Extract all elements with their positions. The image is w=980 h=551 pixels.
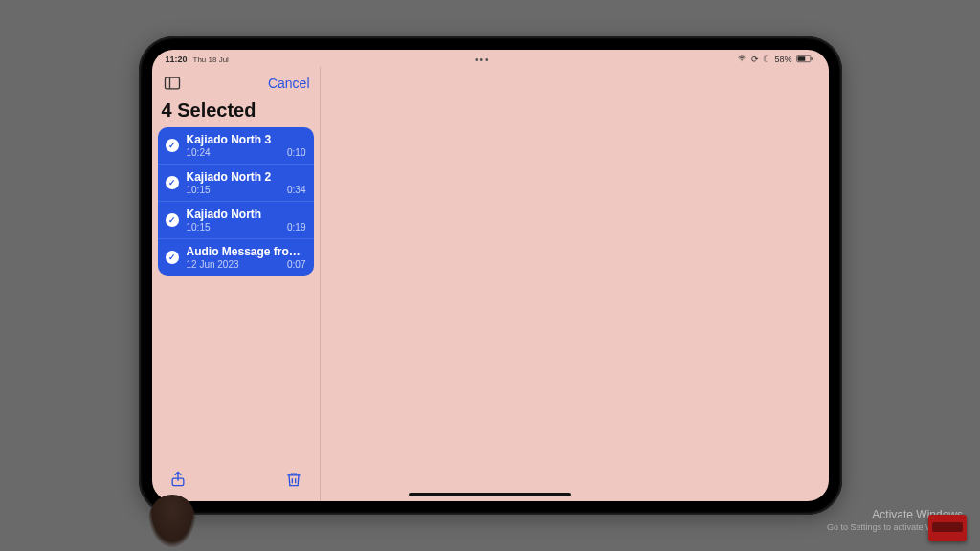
svg-rect-2: [798, 56, 806, 61]
checkmark-icon: ✓: [166, 176, 179, 189]
checkmark-icon: ✓: [166, 213, 179, 227]
trash-button[interactable]: [281, 467, 306, 492]
recording-timestamp: 10:15: [187, 222, 211, 232]
wifi-icon: [736, 55, 747, 65]
share-button[interactable]: [166, 467, 190, 492]
recording-item[interactable]: ✓ Kajiado North 3 10:24 0:10: [158, 127, 314, 165]
recording-title: Kajiado North 2: [187, 170, 306, 184]
finger-overlay: [148, 495, 196, 547]
recording-timestamp: 10:15: [187, 185, 211, 195]
recording-title: Audio Message from Boss: [187, 245, 306, 258]
orientation-lock-icon: ⟳: [751, 55, 759, 64]
checkmark-icon: ✓: [166, 251, 179, 264]
battery-pct: 58%: [774, 55, 791, 64]
status-date: Thu 18 Jul: [193, 55, 229, 64]
ipad-screen: 11:20 Thu 18 Jul ••• ⟳ ☾ 58%: [152, 50, 829, 501]
svg-rect-3: [812, 57, 813, 60]
checkmark-icon: ✓: [166, 139, 179, 152]
status-time: 11:20: [166, 55, 188, 64]
recording-item[interactable]: ✓ Kajiado North 2 10:15 0:34: [158, 165, 314, 202]
recordings-sidebar: Cancel 4 Selected ✓ Kajiado North 3 10:2…: [152, 67, 321, 501]
recording-duration: 0:07: [287, 259, 305, 270]
detail-pane: [321, 67, 829, 501]
recording-title: Kajiado North: [187, 208, 306, 221]
multitask-dots-icon[interactable]: •••: [475, 55, 491, 65]
home-indicator[interactable]: [409, 493, 571, 496]
ipad-device-frame: 11:20 Thu 18 Jul ••• ⟳ ☾ 58%: [139, 36, 842, 515]
selected-count-title: 4 Selected: [152, 96, 320, 127]
recording-item[interactable]: ✓ Kajiado North 10:15 0:19: [158, 202, 314, 239]
svg-rect-4: [165, 77, 179, 89]
toggle-sidebar-icon[interactable]: [162, 73, 183, 94]
svg-point-0: [742, 60, 743, 61]
battery-icon: [795, 55, 814, 65]
recording-duration: 0:10: [287, 147, 305, 158]
recording-timestamp: 12 Jun 2023: [187, 259, 239, 270]
recording-item[interactable]: ✓ Audio Message from Boss 12 Jun 2023 0:…: [158, 239, 314, 276]
cancel-button[interactable]: Cancel: [268, 76, 310, 91]
dnd-icon: ☾: [763, 55, 770, 64]
recording-title: Kajiado North 3: [187, 133, 306, 146]
recordings-selection-card: ✓ Kajiado North 3 10:24 0:10 ✓: [158, 127, 314, 276]
recording-timestamp: 10:24: [187, 147, 211, 158]
recording-duration: 0:34: [287, 185, 305, 195]
status-bar: 11:20 Thu 18 Jul ••• ⟳ ☾ 58%: [152, 50, 829, 67]
video-overlay-badge: [928, 515, 967, 541]
status-right: ⟳ ☾ 58%: [736, 55, 814, 65]
recording-duration: 0:19: [287, 222, 305, 232]
